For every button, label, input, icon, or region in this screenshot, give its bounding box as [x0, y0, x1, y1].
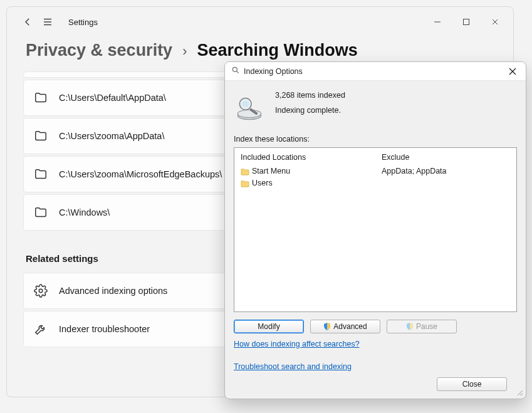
wrench-icon: [34, 322, 48, 336]
exclude-header: Exclude: [382, 153, 510, 162]
exclude-item: AppData; AppData: [382, 165, 510, 177]
folder-path-label: C:\Windows\: [59, 207, 110, 217]
magnifier-icon: [231, 66, 240, 76]
folder-path-label: C:\Users\zooma\AppData\: [59, 131, 164, 141]
folder-icon: [34, 129, 48, 143]
indexing-options-dialog: Indexing Options 3,268 items indexed Ind…: [224, 61, 526, 399]
resize-grip-icon[interactable]: [516, 389, 523, 396]
advanced-indexing-label: Advanced indexing options: [59, 286, 167, 296]
locations-listbox[interactable]: Included Locations Start Menu Users Excl…: [234, 147, 517, 312]
included-item[interactable]: Start Menu: [241, 165, 369, 177]
how-indexing-link[interactable]: How does indexing affect searches?: [234, 340, 517, 348]
svg-line-11: [522, 395, 523, 395]
folder-icon: [34, 91, 48, 105]
dialog-titlebar: Indexing Options: [225, 62, 526, 81]
maximize-button[interactable]: [452, 12, 481, 32]
close-window-button[interactable]: [481, 12, 509, 32]
index-status-icon: [234, 91, 265, 122]
app-title: Settings: [68, 18, 98, 27]
dialog-close-button[interactable]: [503, 64, 522, 79]
indexer-troubleshooter-label: Indexer troubleshooter: [59, 324, 150, 334]
breadcrumb-current: Searching Windows: [197, 41, 357, 60]
pause-button: Pause: [387, 320, 457, 333]
svg-point-2: [39, 289, 43, 293]
svg-point-3: [232, 67, 237, 71]
indexing-state: Indexing complete.: [275, 103, 345, 118]
folder-path-label: C:\Users\zooma\MicrosoftEdgeBackups\: [59, 169, 222, 179]
shield-icon: [406, 323, 414, 330]
svg-rect-1: [464, 19, 469, 25]
close-dialog-button[interactable]: Close: [437, 377, 507, 391]
included-item-label: Start Menu: [252, 165, 290, 177]
settings-titlebar: Settings: [7, 7, 513, 37]
folder-icon: [34, 167, 48, 181]
hamburger-icon[interactable]: [42, 16, 53, 28]
folder-path-label: C:\Users\Default\AppData\: [59, 93, 166, 103]
svg-point-7: [243, 101, 249, 107]
troubleshoot-link[interactable]: Troubleshoot search and indexing: [234, 362, 517, 371]
included-item[interactable]: Users: [241, 177, 369, 189]
svg-line-9: [518, 390, 523, 395]
modify-button[interactable]: Modify: [234, 320, 304, 333]
breadcrumb-parent[interactable]: Privacy & security: [26, 41, 172, 60]
indexed-count: 3,268 items indexed: [275, 88, 345, 103]
index-locations-label: Index these locations:: [234, 135, 517, 144]
shield-icon: [323, 323, 331, 330]
advanced-button[interactable]: Advanced: [310, 320, 380, 333]
back-icon[interactable]: [22, 16, 33, 28]
included-item-label: Users: [252, 177, 273, 189]
dialog-title: Indexing Options: [244, 67, 303, 76]
gear-icon: [34, 284, 48, 298]
folder-icon: [241, 179, 249, 187]
breadcrumb-separator: ›: [182, 43, 187, 60]
minimize-button[interactable]: [423, 12, 452, 32]
folder-icon: [241, 167, 249, 175]
included-header: Included Locations: [241, 153, 369, 162]
folder-icon: [34, 206, 48, 219]
